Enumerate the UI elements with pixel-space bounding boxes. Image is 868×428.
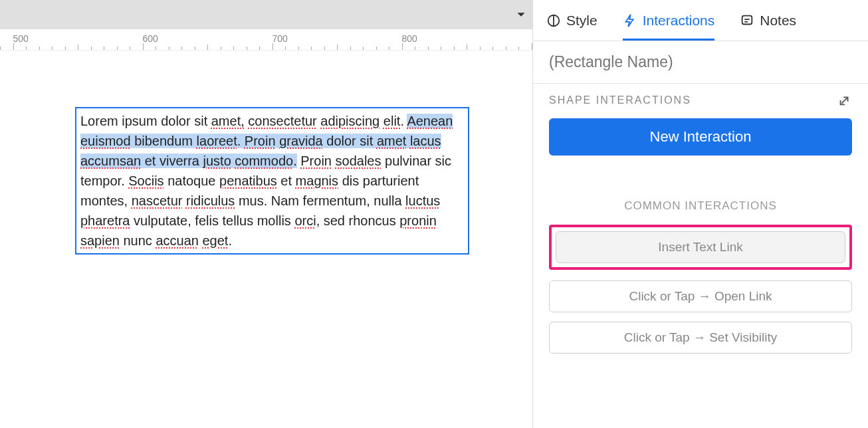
tab-style[interactable]: Style — [546, 0, 597, 41]
tab-style-label: Style — [566, 13, 597, 29]
tab-interactions[interactable]: Interactions — [623, 0, 715, 41]
tabs: Style Interactions Notes — [533, 0, 868, 41]
sidebar: Style Interactions Notes SHAPE INTERACTI… — [533, 0, 868, 428]
style-icon — [546, 13, 561, 28]
shape-name-input[interactable] — [549, 53, 852, 71]
top-toolbar — [0, 0, 532, 29]
chevron-down-icon — [516, 10, 526, 19]
name-field — [533, 41, 868, 84]
canvas-area: 500600700800 Lorem ipsum dolor sit amet,… — [0, 0, 533, 428]
text-rectangle[interactable]: Lorem ipsum dolor sit amet, consectetur … — [75, 107, 469, 255]
new-interaction-button[interactable]: New Interaction — [549, 118, 852, 156]
canvas[interactable]: Lorem ipsum dolor sit amet, consectetur … — [0, 51, 532, 428]
ruler: 500600700800 — [0, 29, 532, 51]
shape-interactions-section: SHAPE INTERACTIONS New Interaction — [533, 84, 868, 165]
open-link-button[interactable]: Click or Tap → Open Link — [549, 280, 852, 312]
set-visibility-button[interactable]: Click or Tap → Set Visibility — [549, 322, 852, 354]
toolbar-dropdown[interactable] — [516, 0, 526, 29]
lightning-icon — [623, 13, 637, 28]
tab-interactions-label: Interactions — [643, 13, 715, 29]
shape-interactions-title: SHAPE INTERACTIONS — [549, 94, 691, 106]
tab-notes[interactable]: Notes — [740, 0, 796, 41]
popout-icon[interactable] — [837, 93, 852, 108]
notes-icon — [740, 13, 754, 28]
insert-text-link-highlight: Insert Text Link — [549, 225, 852, 270]
insert-text-link-button[interactable]: Insert Text Link — [556, 231, 845, 263]
common-interactions-title: COMMON INTERACTIONS — [549, 199, 852, 213]
common-interactions-section: COMMON INTERACTIONS Insert Text Link Cli… — [533, 199, 868, 363]
tab-notes-label: Notes — [760, 13, 796, 29]
